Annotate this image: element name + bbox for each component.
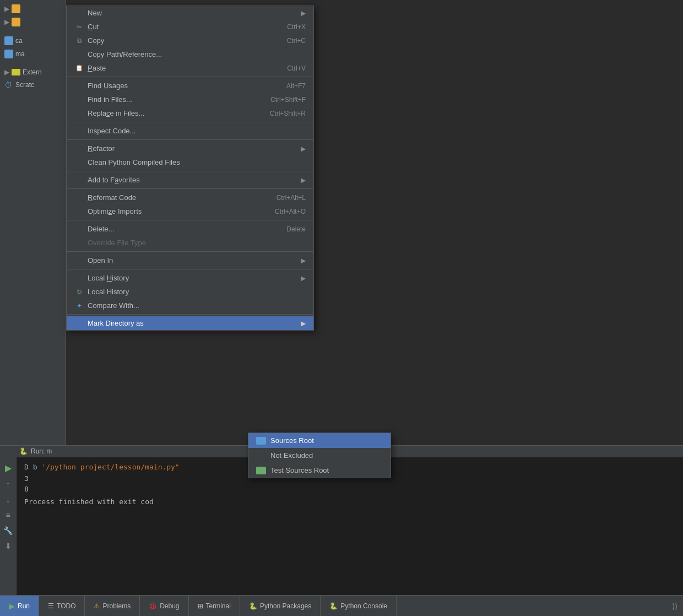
separator-2 [67, 122, 313, 122]
menu-item-copy-path[interactable]: Copy Path/Reference... [67, 47, 313, 61]
arrow-down-icon[interactable]: ↓ [6, 495, 10, 504]
menu-item-copy[interactable]: ⧉ Copy Ctrl+C [67, 34, 313, 47]
menu-item-open-in-label: Open In [88, 256, 301, 264]
sidebar-item-ca[interactable]: ca [0, 34, 66, 47]
file-icon-ma [4, 50, 13, 58]
optimize-imports-shortcut: Ctrl+Alt+O [275, 208, 306, 215]
sidebar-item-ma[interactable]: ma [0, 47, 66, 61]
menu-item-cut[interactable]: ✂ Cut Ctrl+X [67, 20, 313, 34]
run-python-icon: 🐍 [19, 447, 28, 455]
separator-7 [67, 251, 313, 252]
copy-shortcut: Ctrl+C [287, 37, 306, 45]
status-tab-terminal[interactable]: ⊞ Terminal [189, 596, 240, 616]
menu-item-paste[interactable]: 📋 Paste Ctrl+V [67, 61, 313, 75]
cut-icon: ✂ [74, 23, 84, 31]
status-tab-todo-label: TODO [57, 602, 75, 610]
menu-item-inspect-code[interactable]: Inspect Code... [67, 124, 313, 138]
submenu-arrow-mark-directory: ▶ [301, 320, 306, 327]
menu-item-reformat-code-label: Reformat Code [88, 193, 265, 202]
menu-item-add-favorites-label: Add to Favorites [88, 176, 301, 184]
menu-item-cut-label: Cut [88, 23, 276, 31]
terminal-path-text: D [24, 463, 29, 471]
menu-item-mark-directory-as[interactable]: Mark Directory as ▶ [67, 316, 313, 330]
mark-directory-as-submenu: Sources Root Not Excluded Test Sources R… [248, 433, 391, 478]
separator-8 [67, 269, 313, 269]
paste-icon: 📋 [74, 64, 84, 72]
menu-item-local-history-label: Local History [88, 274, 301, 282]
status-tab-run[interactable]: ▶ Run [0, 596, 39, 616]
status-tab-problems-label: Problems [102, 602, 131, 610]
wrench-icon[interactable]: 🔧 [3, 526, 13, 535]
menu-item-refactor[interactable]: Refactor ▶ [67, 142, 313, 155]
separator-3 [67, 139, 313, 140]
menu-item-optimize-imports[interactable]: Optimize Imports Ctrl+Alt+O [67, 204, 313, 218]
download-icon[interactable]: ⬇ [5, 542, 12, 550]
arrow-up-icon[interactable]: ↑ [6, 480, 10, 489]
menu-item-clean-python[interactable]: Clean Python Compiled Files [67, 155, 313, 169]
status-tab-debug-label: Debug [160, 602, 179, 610]
menu-item-open-in[interactable]: Open In ▶ [67, 253, 313, 267]
menu-item-find-usages[interactable]: Find Usages Alt+F7 [67, 79, 313, 93]
menu-item-reload-from-disk[interactable]: ↻ Local History [67, 285, 313, 299]
submenu-item-test-sources-root[interactable]: Test Sources Root [248, 463, 391, 478]
sidebar-label-ma: ma [15, 50, 25, 58]
status-tab-python-console-label: Python Console [340, 602, 387, 610]
menu-item-reload-from-disk-label: Local History [88, 288, 306, 296]
clock-icon: ⏱ [4, 80, 13, 89]
status-bar-right: ⟩⟩ [672, 602, 683, 610]
submenu-item-sources-root[interactable]: Sources Root [248, 433, 391, 448]
folder-icon2 [12, 18, 20, 26]
terminal-path-text2: b [33, 463, 37, 471]
menu-item-clean-python-label: Clean Python Compiled Files [88, 158, 306, 166]
run-play-icon[interactable]: ▶ [5, 463, 12, 473]
run-panel-icons: ▶ ↑ ↓ ≡ 🔧 ⬇ [0, 457, 17, 595]
find-usages-shortcut: Alt+F7 [286, 82, 306, 90]
submenu-arrow-local-history: ▶ [301, 274, 306, 282]
lines-icon[interactable]: ≡ [6, 511, 10, 520]
sidebar-item-lib2[interactable]: ▶ [0, 15, 66, 29]
terminal-path-text3: '/python project/lesson/main.py" [41, 463, 179, 471]
menu-item-add-favorites[interactable]: Add to Favorites ▶ [67, 173, 313, 187]
menu-item-replace-in-files[interactable]: Replace in Files... Ctrl+Shift+R [67, 106, 313, 120]
separator-5 [67, 188, 313, 189]
python-packages-icon: 🐍 [249, 602, 257, 610]
status-tab-python-packages[interactable]: 🐍 Python Packages [240, 596, 321, 616]
menu-item-compare-with[interactable]: ✦ Compare With... [67, 299, 313, 312]
arrow-icon: ▶ [4, 5, 9, 13]
menu-item-copy-path-label: Copy Path/Reference... [88, 50, 306, 58]
menu-item-inspect-code-label: Inspect Code... [88, 127, 306, 135]
menu-item-local-history[interactable]: Local History ▶ [67, 271, 313, 285]
sidebar-item-extern[interactable]: ▶ Extern [0, 66, 66, 78]
menu-item-find-in-files[interactable]: Find in Files... Ctrl+Shift+F [67, 93, 313, 106]
problems-icon: ⚠ [94, 602, 100, 610]
menu-item-override-file-type: Override File Type [67, 236, 313, 250]
menu-item-refactor-label: Refactor [88, 144, 301, 153]
submenu-label-test-sources-root: Test Sources Root [270, 466, 329, 474]
menu-item-override-file-type-label: Override File Type [88, 239, 306, 247]
status-bar: ▶ Run ☰ TODO ⚠ Problems 🐞 Debug ⊞ Termin… [0, 595, 683, 616]
status-tab-problems[interactable]: ⚠ Problems [85, 596, 140, 616]
menu-item-optimize-imports-label: Optimize Imports [88, 207, 264, 215]
cut-shortcut: Ctrl+X [287, 23, 306, 31]
submenu-item-not-excluded[interactable]: Not Excluded [248, 448, 391, 463]
sidebar-item-scratch[interactable]: ⏱ Scratc [0, 78, 66, 91]
sidebar-item-lib[interactable]: ▶ [0, 2, 66, 15]
status-tab-todo[interactable]: ☰ TODO [39, 596, 85, 616]
menu-item-delete[interactable]: Delete... Delete [67, 222, 313, 236]
menu-item-mark-directory-as-label: Mark Directory as [88, 319, 301, 327]
menu-item-find-in-files-label: Find in Files... [88, 95, 259, 104]
status-tab-debug[interactable]: 🐞 Debug [140, 596, 188, 616]
status-tab-python-console[interactable]: 🐍 Python Console [321, 596, 397, 616]
context-menu: New ▶ ✂ Cut Ctrl+X ⧉ Copy Ctrl+C Copy Pa… [66, 6, 314, 331]
terminal-line3: 8 [24, 485, 675, 493]
find-in-files-shortcut: Ctrl+Shift+F [270, 96, 306, 104]
menu-item-reformat-code[interactable]: Reformat Code Ctrl+Alt+L [67, 191, 313, 204]
submenu-label-sources-root: Sources Root [270, 436, 314, 445]
debug-icon: 🐞 [149, 602, 157, 610]
compare-with-icon: ✦ [74, 302, 84, 310]
submenu-arrow-refactor: ▶ [301, 145, 306, 153]
menu-item-compare-with-label: Compare With... [88, 301, 295, 310]
expand-icon[interactable]: ⟩⟩ [672, 602, 677, 610]
sources-root-icon [256, 437, 266, 445]
menu-item-new[interactable]: New ▶ [67, 6, 313, 20]
